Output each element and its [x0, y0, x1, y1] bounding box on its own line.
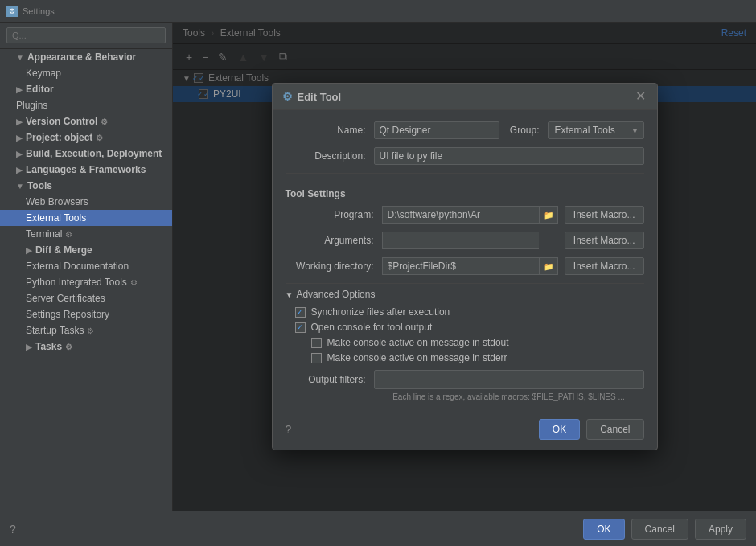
sidebar-item-plugins[interactable]: Plugins — [0, 97, 172, 113]
sidebar-item-label: Diff & Merge — [35, 244, 92, 256]
sidebar-item-label: Version Control — [26, 116, 97, 127]
sidebar-item-label: Terminal — [26, 228, 62, 240]
sidebar-item-languages[interactable]: ▶ Languages & Frameworks — [0, 162, 172, 178]
arguments-input[interactable] — [382, 232, 539, 249]
sidebar-item-label: Appearance & Behavior — [27, 51, 136, 63]
apply-button[interactable]: Apply — [695, 519, 746, 540]
group-dropdown-wrapper: External Tools Default ▼ — [548, 121, 644, 139]
open-console-row: ✓ Open console for tool output — [286, 322, 644, 333]
bottom-bar-right: OK Cancel Apply — [583, 519, 746, 540]
modal-footer-right: OK Cancel — [539, 419, 644, 440]
sidebar-item-python-tools[interactable]: Python Integrated Tools ⚙ — [0, 274, 172, 290]
modal-close-button[interactable]: ✕ — [634, 90, 647, 103]
sidebar-item-label: Plugins — [16, 100, 47, 111]
group-select[interactable]: External Tools Default — [548, 121, 644, 139]
sidebar-item-label: Languages & Frameworks — [26, 164, 146, 175]
modal-help-icon[interactable]: ? — [286, 423, 292, 436]
working-dir-browse-button[interactable]: 📁 — [539, 257, 558, 275]
modal-header: ⚙ Edit Tool ✕ — [273, 84, 657, 110]
modal-title: ⚙ Edit Tool — [282, 90, 342, 103]
expand-arrow-icon: ▶ — [16, 85, 23, 94]
app-icon: ⚙ — [6, 6, 18, 17]
sidebar-item-settings-repo[interactable]: Settings Repository — [0, 306, 172, 322]
arguments-row: Arguments: 📁 Insert Macro... — [286, 232, 644, 249]
sidebar-item-label: External Tools — [26, 212, 86, 224]
sidebar-item-appearance[interactable]: ▼ Appearance & Behavior — [0, 49, 172, 65]
program-label: Program: — [286, 209, 382, 220]
program-insert-macro-button[interactable]: Insert Macro... — [565, 206, 644, 224]
name-label: Name: — [286, 125, 374, 136]
modal-overlay: ⚙ Edit Tool ✕ Name: Group: External — [173, 23, 756, 511]
group-label: Group: — [499, 125, 548, 136]
program-input[interactable] — [382, 206, 539, 224]
help-icon[interactable]: ? — [10, 523, 16, 536]
open-console-label: Open console for tool output — [311, 322, 433, 333]
name-input[interactable] — [374, 121, 499, 139]
sidebar-item-label: Keymap — [26, 68, 61, 79]
advanced-options-section: ▼ Advanced Options ✓ Synchronize files a… — [286, 283, 644, 401]
sidebar-item-label: Project: object — [26, 132, 92, 143]
expand-arrow-icon: ▶ — [16, 166, 23, 174]
tool-settings-label: Tool Settings — [286, 188, 644, 199]
sidebar-item-keymap[interactable]: Keymap — [0, 65, 172, 81]
arguments-input-group: 📁 — [382, 232, 558, 249]
modal-cancel-button[interactable]: Cancel — [586, 419, 643, 440]
sidebar-item-label: Web Browsers — [26, 196, 88, 207]
sidebar: ▼ Appearance & Behavior Keymap ▶ Editor … — [0, 23, 173, 511]
sidebar-item-server-certs[interactable]: Server Certificates — [0, 290, 172, 306]
expand-arrow-icon: ▼ — [16, 182, 24, 191]
modal-title-icon: ⚙ — [282, 90, 293, 103]
make-active-stdout-checkbox[interactable] — [311, 338, 322, 348]
sidebar-item-terminal[interactable]: Terminal ⚙ — [0, 226, 172, 242]
sidebar-item-label: Tools — [27, 180, 52, 191]
project-icon: ⚙ — [96, 133, 103, 142]
output-filters-input[interactable] — [374, 370, 644, 389]
sidebar-item-tools[interactable]: ▼ Tools — [0, 178, 172, 194]
terminal-icon: ⚙ — [65, 230, 72, 239]
open-console-checkbox[interactable]: ✓ — [295, 322, 306, 333]
tasks-icon: ⚙ — [65, 343, 72, 351]
advanced-collapse-icon: ▼ — [286, 290, 294, 299]
sidebar-item-diff-merge[interactable]: ▶ Diff & Merge — [0, 242, 172, 258]
vcs-icon: ⚙ — [101, 117, 108, 126]
advanced-options-header[interactable]: ▼ Advanced Options — [286, 289, 644, 300]
sync-files-checkbox[interactable]: ✓ — [295, 307, 306, 318]
sidebar-item-external-documentation[interactable]: External Documentation — [0, 258, 172, 274]
working-dir-insert-macro-button[interactable]: Insert Macro... — [565, 257, 644, 275]
ok-button[interactable]: OK — [583, 519, 624, 540]
sidebar-item-startup-tasks[interactable]: Startup Tasks ⚙ — [0, 322, 172, 339]
modal-ok-button[interactable]: OK — [539, 419, 580, 440]
sidebar-item-label: Tasks — [35, 341, 62, 352]
name-group-row: Name: Group: External Tools Default ▼ — [286, 121, 644, 139]
make-active-stderr-checkbox[interactable] — [311, 353, 322, 363]
sidebar-item-editor[interactable]: ▶ Editor — [0, 81, 172, 97]
sidebar-item-tasks[interactable]: ▶ Tasks ⚙ — [0, 339, 172, 355]
sidebar-item-version-control[interactable]: ▶ Version Control ⚙ — [0, 113, 172, 129]
sidebar-item-build[interactable]: ▶ Build, Execution, Deployment — [0, 146, 172, 162]
content-area: Tools › External Tools Reset + − ✎ ▲ ▼ ⧉… — [173, 23, 756, 511]
main-container: ▼ Appearance & Behavior Keymap ▶ Editor … — [0, 23, 756, 511]
macro-note: Each line is a regex, available macros: … — [286, 392, 644, 401]
cancel-button[interactable]: Cancel — [631, 519, 688, 540]
sidebar-item-external-tools[interactable]: External Tools — [0, 210, 172, 226]
program-browse-button[interactable]: 📁 — [539, 206, 558, 224]
make-active-stderr-row: Make console active on message in stderr — [286, 352, 644, 363]
working-dir-input[interactable] — [382, 257, 539, 275]
sidebar-item-label: Build, Execution, Deployment — [26, 148, 162, 159]
description-label: Description: — [286, 150, 374, 162]
program-row: Program: 📁 Insert Macro... — [286, 206, 644, 224]
arguments-insert-macro-button[interactable]: Insert Macro... — [565, 232, 644, 249]
expand-arrow-icon: ▶ — [16, 150, 23, 158]
search-input[interactable] — [6, 27, 166, 43]
sync-files-label: Synchronize files after execution — [311, 306, 450, 318]
sidebar-item-web-browsers[interactable]: Web Browsers — [0, 194, 172, 210]
working-dir-input-group: 📁 — [382, 257, 558, 275]
sidebar-item-label: Startup Tasks — [26, 325, 84, 336]
description-input[interactable] — [374, 147, 644, 165]
make-active-stdout-row: Make console active on message in stdout — [286, 337, 644, 348]
advanced-options-label: Advanced Options — [296, 289, 375, 300]
make-active-stdout-label: Make console active on message in stdout — [327, 337, 509, 348]
sidebar-item-project[interactable]: ▶ Project: object ⚙ — [0, 129, 172, 146]
working-dir-label: Working directory: — [286, 261, 382, 272]
search-box — [0, 23, 172, 49]
